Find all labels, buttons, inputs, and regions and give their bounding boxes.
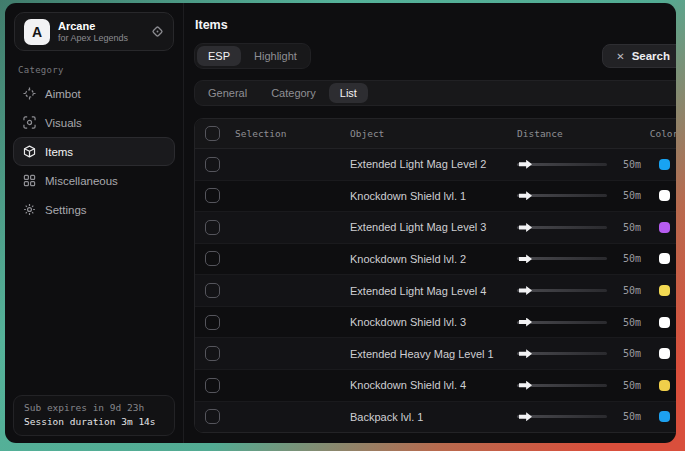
slider-thumb-icon[interactable] (519, 191, 532, 200)
distance-value: 50m (623, 222, 641, 233)
row-checkbox[interactable] (205, 378, 220, 393)
aimbot-icon (22, 87, 36, 100)
page-title: Items (195, 18, 676, 32)
sidebar-item-miscellaneous[interactable]: Miscellaneous (13, 166, 175, 195)
select-all-checkbox[interactable] (205, 126, 220, 141)
session-duration-text: Session duration 3m 14s (24, 415, 164, 429)
row-checkbox[interactable] (205, 315, 220, 330)
object-name: Knockdown Shield lvl. 2 (350, 253, 466, 265)
row-checkbox[interactable] (205, 157, 220, 172)
tab-general[interactable]: General (197, 83, 258, 103)
sidebar-item-label: Settings (45, 204, 87, 216)
session-info-card: Sub expires in 9d 23h Session duration 3… (13, 395, 175, 437)
sidebar-item-label: Items (45, 146, 73, 158)
sidebar-item-label: Visuals (45, 117, 82, 129)
object-name: Knockdown Shield lvl. 3 (350, 316, 466, 328)
slider-thumb-icon[interactable] (519, 286, 532, 295)
color-swatch[interactable] (659, 285, 670, 296)
table-row: Extended Light Mag Level 450m (195, 275, 676, 307)
distance-slider[interactable] (517, 226, 607, 229)
slider-thumb-icon[interactable] (519, 223, 532, 232)
column-header-object: Object (350, 128, 517, 139)
slider-thumb-icon[interactable] (519, 254, 532, 263)
visuals-icon (22, 116, 36, 129)
row-checkbox[interactable] (205, 283, 220, 298)
sidebar: A Arcane for Apex Legends Category Aimbo… (5, 3, 184, 443)
sidebar-nav: AimbotVisualsItemsMiscellaneousSettings (5, 79, 183, 224)
distance-value: 50m (623, 190, 641, 201)
column-header-color: Color (645, 128, 676, 139)
search-button-label: Search (632, 50, 670, 62)
distance-value: 50m (623, 380, 641, 391)
mode-tabs: ESPHighlight (194, 43, 311, 69)
distance-slider[interactable] (517, 415, 607, 418)
slider-thumb-icon[interactable] (519, 349, 532, 358)
table-row: Knockdown Shield lvl. 450m (195, 370, 676, 402)
close-icon: ✕ (616, 51, 624, 62)
distance-value: 50m (623, 159, 641, 170)
object-name: Backpack lvl. 1 (350, 411, 423, 423)
sidebar-item-aimbot[interactable]: Aimbot (13, 79, 175, 108)
distance-slider[interactable] (517, 321, 607, 324)
row-checkbox[interactable] (205, 220, 220, 235)
color-swatch[interactable] (659, 253, 670, 264)
object-name: Extended Heavy Mag Level 1 (350, 348, 494, 360)
table-row: Backpack lvl. 150m (195, 402, 676, 433)
row-checkbox[interactable] (205, 346, 220, 361)
miscellaneous-icon (22, 174, 36, 187)
sidebar-item-visuals[interactable]: Visuals (13, 108, 175, 137)
distance-slider[interactable] (517, 352, 607, 355)
table-header-row: Selection Object Distance Color (195, 119, 676, 149)
view-tabs: GeneralCategoryList (194, 80, 676, 106)
color-swatch[interactable] (659, 411, 670, 422)
tab-list[interactable]: List (329, 83, 368, 103)
app-window: A Arcane for Apex Legends Category Aimbo… (5, 3, 676, 443)
distance-value: 50m (623, 348, 641, 359)
slider-thumb-icon[interactable] (519, 318, 532, 327)
color-swatch[interactable] (659, 380, 670, 391)
sidebar-item-label: Aimbot (45, 88, 81, 100)
row-checkbox[interactable] (205, 188, 220, 203)
table-row: Knockdown Shield lvl. 350m (195, 307, 676, 339)
row-checkbox[interactable] (205, 409, 220, 424)
distance-value: 50m (623, 411, 641, 422)
sidebar-item-items[interactable]: Items (13, 137, 175, 166)
slider-thumb-icon[interactable] (519, 381, 532, 390)
distance-slider[interactable] (517, 163, 607, 166)
color-swatch[interactable] (659, 159, 670, 170)
distance-slider[interactable] (517, 289, 607, 292)
slider-thumb-icon[interactable] (519, 160, 532, 169)
color-swatch[interactable] (659, 190, 670, 201)
object-name: Extended Light Mag Level 3 (350, 221, 486, 233)
slider-thumb-icon[interactable] (519, 412, 532, 421)
table-row: Knockdown Shield lvl. 150m (195, 181, 676, 213)
brand-card: A Arcane for Apex Legends (14, 12, 174, 51)
brand-logo: A (24, 19, 50, 45)
color-swatch[interactable] (659, 348, 670, 359)
distance-slider[interactable] (517, 194, 607, 197)
color-swatch[interactable] (659, 222, 670, 233)
distance-slider[interactable] (517, 257, 607, 260)
brand-subtitle: for Apex Legends (58, 33, 143, 43)
distance-slider[interactable] (517, 384, 607, 387)
object-name: Extended Light Mag Level 2 (350, 158, 486, 170)
sidebar-item-label: Miscellaneous (45, 175, 118, 187)
color-swatch[interactable] (659, 317, 670, 328)
settings-icon (22, 203, 36, 216)
diamond-icon (151, 25, 164, 38)
tab-category[interactable]: Category (260, 83, 327, 103)
object-name: Knockdown Shield lvl. 4 (350, 379, 466, 391)
object-name: Knockdown Shield lvl. 1 (350, 190, 466, 202)
tab-esp[interactable]: ESP (197, 46, 241, 66)
brand-title: Arcane (58, 20, 143, 33)
sub-expiry-text: Sub expires in 9d 23h (24, 401, 164, 415)
sidebar-item-settings[interactable]: Settings (13, 195, 175, 224)
table-row: Knockdown Shield lvl. 250m (195, 244, 676, 276)
items-icon (22, 145, 36, 158)
row-checkbox[interactable] (205, 251, 220, 266)
distance-value: 50m (623, 285, 641, 296)
table-row: Extended Light Mag Level 350m (195, 212, 676, 244)
search-button[interactable]: ✕ Search (602, 44, 676, 68)
tab-highlight[interactable]: Highlight (243, 46, 308, 66)
main-panel: Items ESPHighlight ✕ Search GeneralCateg… (184, 3, 676, 443)
